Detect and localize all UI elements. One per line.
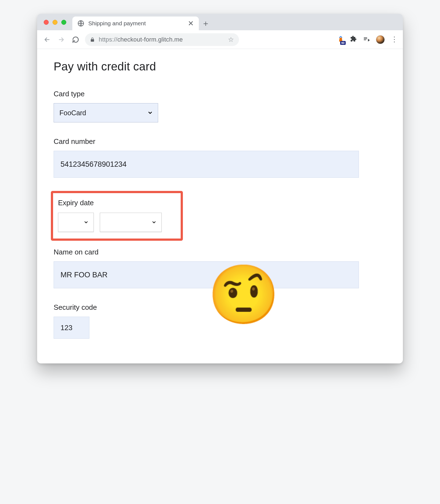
media-control-icon[interactable] <box>363 35 370 44</box>
chevron-down-icon <box>152 220 156 225</box>
window-controls <box>44 20 66 25</box>
extensions-puzzle-icon[interactable] <box>350 35 357 44</box>
back-button[interactable] <box>42 35 52 45</box>
page-title: Pay with credit card <box>54 60 386 73</box>
browser-tab[interactable]: Shipping and payment ✕ <box>72 17 199 30</box>
expiry-label: Expiry date <box>58 199 175 207</box>
globe-icon <box>77 20 84 27</box>
address-bar[interactable]: https://checkout-form.glitch.me ☆ <box>85 33 239 46</box>
name-on-card-label: Name on card <box>54 248 386 256</box>
bookmark-star-icon[interactable]: ☆ <box>228 36 234 43</box>
reload-button[interactable] <box>71 35 81 45</box>
browser-toolbar: https://checkout-form.glitch.me ☆ 90 ⋮ <box>37 30 403 49</box>
raised-eyebrow-emoji: 🤨 <box>208 266 280 324</box>
card-type-select[interactable]: FooCard <box>54 103 158 122</box>
tab-strip: Shipping and payment ✕ ＋ <box>37 14 403 30</box>
security-code-value: 123 <box>61 324 72 332</box>
tab-title: Shipping and payment <box>88 20 146 27</box>
chevron-down-icon <box>147 110 153 116</box>
lighthouse-extension-icon[interactable]: 90 <box>337 35 344 44</box>
maximize-window-button[interactable] <box>61 20 66 25</box>
name-on-card-input[interactable]: MR FOO BAR <box>54 261 359 288</box>
toolbar-icons: 90 ⋮ <box>337 35 398 44</box>
tab-close-button[interactable]: ✕ <box>188 19 194 28</box>
profile-avatar[interactable] <box>376 35 385 44</box>
url-host: checkout-form.glitch.me <box>117 36 183 43</box>
browser-window: Shipping and payment ✕ ＋ https://checkou… <box>37 14 403 363</box>
url-text: https://checkout-form.glitch.me <box>99 36 183 43</box>
page-content: Pay with credit card Card type FooCard C… <box>37 49 403 363</box>
new-tab-button[interactable]: ＋ <box>199 17 213 30</box>
name-on-card-value: MR FOO BAR <box>61 271 108 279</box>
extension-badge: 90 <box>340 41 346 45</box>
menu-kebab-icon[interactable]: ⋮ <box>391 35 398 44</box>
field-card-number: Card number 5412345678901234 <box>54 137 386 178</box>
expiry-year-select[interactable] <box>100 213 162 232</box>
card-number-input[interactable]: 5412345678901234 <box>54 151 359 178</box>
close-window-button[interactable] <box>44 20 49 25</box>
forward-button[interactable] <box>56 35 66 45</box>
expiry-highlight-box: Expiry date <box>51 191 183 241</box>
field-card-type: Card type FooCard <box>54 90 386 122</box>
chevron-down-icon <box>84 220 89 225</box>
url-scheme: https:// <box>99 36 117 43</box>
security-code-input[interactable]: 123 <box>54 317 89 339</box>
expiry-month-select[interactable] <box>58 213 94 232</box>
card-number-label: Card number <box>54 137 386 146</box>
card-number-value: 5412345678901234 <box>61 160 127 169</box>
lock-icon <box>90 37 95 42</box>
card-type-label: Card type <box>54 90 386 98</box>
card-type-value: FooCard <box>59 109 86 117</box>
minimize-window-button[interactable] <box>53 20 57 25</box>
expiry-row <box>58 213 175 232</box>
